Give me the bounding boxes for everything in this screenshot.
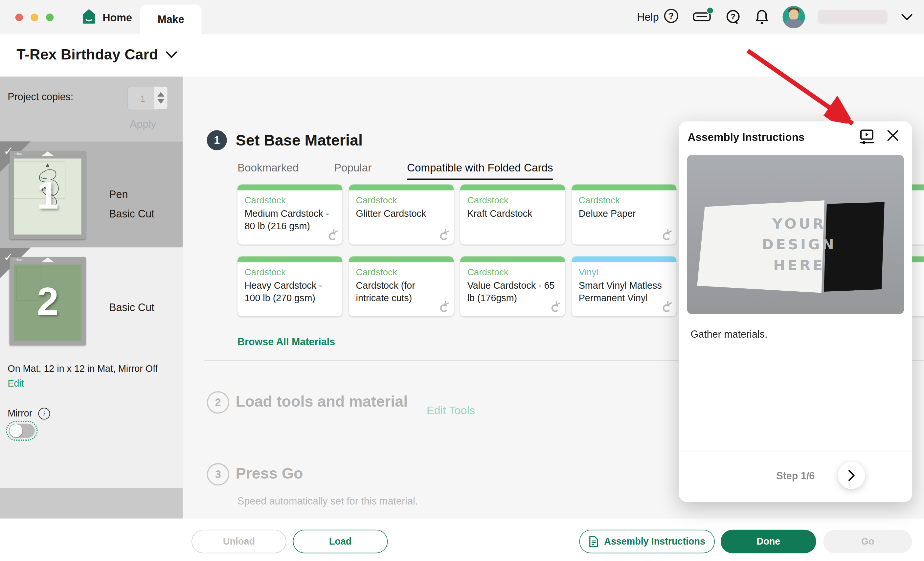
apply-button[interactable]: Apply	[126, 118, 160, 131]
step3-title: Press Go	[236, 464, 303, 483]
tab-bookmarked[interactable]: Bookmarked	[237, 162, 298, 180]
mirror-info-icon[interactable]: i	[38, 408, 50, 419]
material-category: Vinyl	[579, 267, 598, 278]
category-color-bar	[572, 184, 676, 190]
browse-all-materials-link[interactable]: Browse All Materials	[237, 336, 335, 348]
stencil-text-here: HERE	[773, 257, 825, 273]
mat-item-1[interactable]: ✓ cricut 1	[0, 142, 183, 248]
category-color-bar	[237, 256, 342, 262]
edit-tools-link[interactable]: Edit Tools	[427, 404, 475, 417]
material-card-smart-vinyl[interactable]: Vinyl Smart Vinyl Matless Permanent Viny…	[572, 256, 676, 316]
material-card-intricate-cardstock[interactable]: Cardstock Cardstock (for intricate cuts)	[349, 256, 454, 316]
svg-text:?: ?	[669, 11, 674, 20]
assembly-step-caption: Gather materials.	[691, 329, 768, 340]
load-label: Load	[329, 536, 352, 547]
category-color-bar	[349, 256, 454, 262]
category-color-bar	[460, 184, 565, 190]
unload-button[interactable]: Unload	[192, 530, 286, 554]
window-controls	[15, 14, 54, 21]
action-bar: Unload Load Assembly Instructions Done G…	[0, 519, 924, 561]
mat1-number: 1	[9, 151, 86, 239]
material-name: Glitter Cardstock	[356, 208, 446, 220]
close-panel-button[interactable]	[886, 129, 899, 144]
stepper-down-icon[interactable]	[158, 99, 165, 104]
material-card-medium-cardstock[interactable]: Cardstock Medium Cardstock - 80 lb (216 …	[237, 184, 342, 245]
step1-title: Set Base Material	[236, 131, 363, 150]
project-title-dropdown[interactable]: T-Rex Birthday Card	[16, 46, 178, 63]
minimize-window-button[interactable]	[30, 14, 38, 21]
mat2-tool-basic-cut: Basic Cut	[109, 302, 154, 314]
panel-footer-divider	[679, 451, 912, 451]
close-window-button[interactable]	[15, 14, 23, 21]
material-tabs: Bookmarked Popular Compatible with Folde…	[237, 162, 553, 180]
assembly-instructions-panel: Assembly Instructions	[679, 122, 912, 502]
material-card-value-cardstock[interactable]: Cardstock Value Cardstock - 65 lb (176gs…	[460, 256, 565, 316]
bell-icon	[754, 9, 770, 25]
mirror-toggle[interactable]	[6, 421, 38, 441]
material-card-heavy-cardstock[interactable]: Cardstock Heavy Cardstock - 100 lb (270 …	[237, 256, 342, 316]
material-name: Deluxe Paper	[579, 208, 669, 220]
cricut-bookmark-icon	[549, 300, 560, 313]
cricut-bookmark-icon	[660, 228, 672, 241]
top-bar: Home Make Help ? ?	[0, 0, 924, 34]
material-category: Cardstock	[245, 267, 286, 278]
done-label: Done	[756, 536, 780, 547]
machine-status-button[interactable]	[692, 9, 712, 25]
app-window: Home Make Help ? ?	[0, 0, 924, 561]
assembly-instructions-button[interactable]: Assembly Instructions	[579, 530, 715, 554]
cricut-bookmark-icon	[660, 300, 672, 313]
document-icon	[589, 536, 599, 548]
zoom-window-button[interactable]	[46, 14, 54, 21]
mat-settings-summary: On Mat, 12 in x 12 in Mat, Mirror Off	[8, 364, 182, 374]
stepper-up-icon[interactable]	[158, 92, 165, 97]
avatar[interactable]	[782, 6, 805, 28]
close-icon	[886, 129, 899, 142]
material-name: Heavy Cardstock - 100 lb (270 gsm)	[245, 280, 334, 304]
step1-number-badge: 1	[207, 130, 227, 150]
cricut-bookmark-icon	[437, 228, 449, 241]
mat1-thumbnail: cricut 1	[9, 151, 86, 239]
tab-compatible-folded-cards[interactable]: Compatible with Folded Cards	[407, 162, 553, 180]
mat-item-2[interactable]: ✓ cricut 2 Basic Cut	[0, 248, 183, 353]
edit-mat-link[interactable]: Edit	[8, 378, 24, 389]
chevron-right-icon	[846, 470, 856, 482]
account-menu-button[interactable]	[900, 13, 913, 21]
notifications-button[interactable]	[754, 9, 770, 25]
next-step-button[interactable]	[838, 462, 865, 489]
support-chat-button[interactable]: ?	[725, 9, 741, 25]
go-button[interactable]: Go	[823, 530, 912, 554]
chat-question-icon: ?	[725, 9, 741, 25]
user-name-redacted	[818, 10, 888, 24]
material-name: Cardstock (for intricate cuts)	[356, 280, 446, 304]
video-instructions-button[interactable]	[858, 128, 876, 148]
assembly-instructions-label: Assembly Instructions	[604, 536, 705, 547]
done-button[interactable]: Done	[721, 530, 816, 554]
help-button[interactable]: Help ?	[637, 8, 679, 26]
material-category: Cardstock	[245, 195, 286, 206]
project-copies-input[interactable]	[127, 87, 157, 110]
help-label: Help	[637, 11, 658, 23]
material-card-deluxe-paper[interactable]: Cardstock Deluxe Paper	[572, 184, 676, 245]
tab-make[interactable]: Make	[140, 4, 202, 34]
sidebar-bottom-strip	[0, 488, 183, 518]
mirror-toggle-track	[9, 424, 35, 438]
chevron-down-icon	[165, 50, 178, 58]
category-color-bar	[349, 184, 454, 190]
project-copies-label: Project copies:	[8, 91, 73, 103]
machine-online-dot	[706, 7, 714, 15]
material-card-kraft-cardstock[interactable]: Cardstock Kraft Cardstock	[460, 184, 565, 245]
material-card-glitter-cardstock[interactable]: Cardstock Glitter Cardstock	[349, 184, 454, 245]
mat-sidebar: Project copies: Apply ✓ cricut	[0, 76, 183, 518]
copies-stepper[interactable]	[154, 87, 167, 109]
tab-home[interactable]: Home	[81, 8, 132, 27]
category-color-bar	[237, 184, 342, 190]
tab-popular[interactable]: Popular	[334, 162, 372, 180]
material-category: Cardstock	[356, 267, 397, 278]
mirror-toggle-knob	[9, 424, 22, 437]
category-color-bar	[460, 256, 565, 262]
load-button[interactable]: Load	[293, 530, 388, 554]
make-tab-label: Make	[158, 13, 184, 26]
mat1-tool-pen: Pen	[109, 189, 154, 201]
stencil-text-your: YOUR	[772, 216, 826, 232]
assembly-step-photo: YOUR DESIGN HERE	[687, 155, 904, 314]
